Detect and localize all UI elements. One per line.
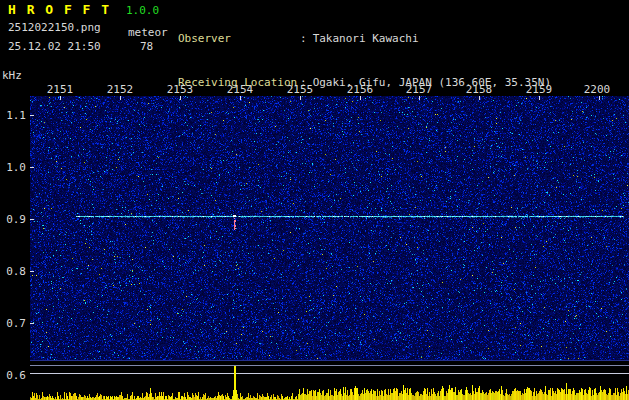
spectrogram-canvas: [30, 96, 629, 360]
time-label: 2200: [582, 83, 612, 96]
freq-label: 0.6: [0, 369, 26, 382]
app-version: 1.0.0: [126, 4, 159, 17]
time-label: 2155: [285, 83, 315, 96]
time-label: 2157: [404, 83, 434, 96]
freq-label: 1.1: [0, 109, 26, 122]
signal-level-canvas: [30, 360, 629, 400]
freq-label: 1.0: [0, 161, 26, 174]
time-label: 2153: [165, 83, 195, 96]
freq-label: 0.9: [0, 213, 26, 226]
echo-count: 78: [140, 40, 153, 53]
observer-row: Observer:Takanori Kawachi: [178, 32, 551, 47]
mode-label: meteor: [128, 26, 168, 39]
freq-label: 0.8: [0, 265, 26, 278]
time-label: 2152: [105, 83, 135, 96]
output-filename: 2512022150.png: [8, 21, 101, 34]
time-label: 2154: [225, 83, 255, 96]
time-label: 2156: [345, 83, 375, 96]
time-label: 2151: [45, 83, 75, 96]
observer-value: Takanori Kawachi: [313, 32, 419, 45]
colon: :: [300, 32, 307, 45]
freq-unit-label: kHz: [2, 69, 22, 82]
app-title: H R O F F T: [8, 2, 111, 17]
time-label: 2158: [464, 83, 494, 96]
time-label: 2159: [524, 83, 554, 96]
date-time-label: 25.12.02 21:50: [8, 40, 101, 53]
hrofft-output: H R O F F T 1.0.0 2512022150.png meteor …: [0, 0, 629, 400]
freq-label: 0.7: [0, 317, 26, 330]
observer-label: Observer: [178, 32, 300, 47]
